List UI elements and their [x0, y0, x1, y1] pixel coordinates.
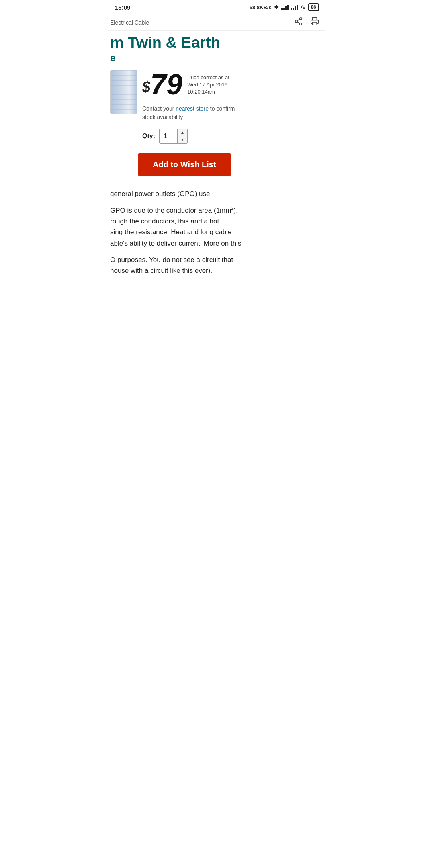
breadcrumb: Electrical Cable: [110, 19, 149, 26]
product-subtitle: e: [110, 52, 319, 63]
price-row: $79 Price correct as atWed 17 Apr 201910…: [142, 70, 319, 99]
wifi-icon: ∿: [301, 4, 306, 11]
price-note: Price correct as atWed 17 Apr 201910:20:…: [187, 70, 229, 96]
qty-label: Qty:: [142, 133, 155, 140]
qty-input-wrap: ▲ ▼: [159, 129, 188, 144]
qty-decrease-button[interactable]: ▼: [178, 136, 187, 143]
svg-rect-5: [313, 22, 317, 25]
status-indicators: 58.8KB/s ✱ ∿ 86: [250, 3, 319, 11]
nearest-store-link[interactable]: nearest store: [176, 105, 209, 112]
stock-text-pre: Contact your: [142, 105, 176, 112]
product-details-col: $79 Price correct as atWed 17 Apr 201910…: [142, 70, 319, 144]
add-to-wishlist-button[interactable]: Add to Wish List: [138, 153, 231, 176]
signal-bars-2: [291, 4, 298, 10]
share-button[interactable]: [294, 17, 303, 28]
product-image-col: [110, 70, 138, 144]
breadcrumb-bar: Electrical Cable: [108, 13, 326, 31]
svg-line-4: [297, 19, 300, 21]
speed-indicator: 58.8KB/s: [250, 4, 272, 10]
price-display: $79: [142, 70, 182, 99]
product-image: [110, 70, 137, 114]
status-time: 15:09: [115, 4, 130, 11]
price-value: 79: [150, 68, 182, 100]
signal-bars-1: [281, 4, 289, 10]
price-currency: $: [142, 78, 150, 95]
quantity-input[interactable]: [160, 129, 177, 143]
print-button[interactable]: [310, 17, 319, 28]
qty-row: Qty: ▲ ▼: [142, 129, 319, 144]
qty-spinners: ▲ ▼: [177, 129, 187, 143]
svg-line-3: [297, 22, 300, 23]
product-main: $79 Price correct as atWed 17 Apr 201910…: [108, 63, 326, 144]
stock-info: Contact your nearest store to confirmsto…: [142, 104, 319, 121]
description-para-2: GPO is due to the conductor area (1mm2).…: [110, 205, 319, 249]
description-para-3: O purposes. You do not see a circuit tha…: [110, 254, 319, 276]
description-section: general power outlets (GPO) use. GPO is …: [108, 176, 326, 290]
status-bar: 15:09 58.8KB/s ✱ ∿ 86: [108, 0, 326, 13]
battery-indicator: 86: [308, 3, 319, 11]
breadcrumb-actions: [294, 17, 319, 28]
wishlist-btn-wrap: Add to Wish List: [108, 153, 326, 176]
product-title: m Twin & Earth: [110, 35, 319, 51]
qty-increase-button[interactable]: ▲: [178, 129, 187, 136]
product-title-section: m Twin & Earth e: [108, 31, 326, 63]
bluetooth-icon: ✱: [274, 4, 279, 10]
description-para-1: general power outlets (GPO) use.: [110, 188, 319, 199]
